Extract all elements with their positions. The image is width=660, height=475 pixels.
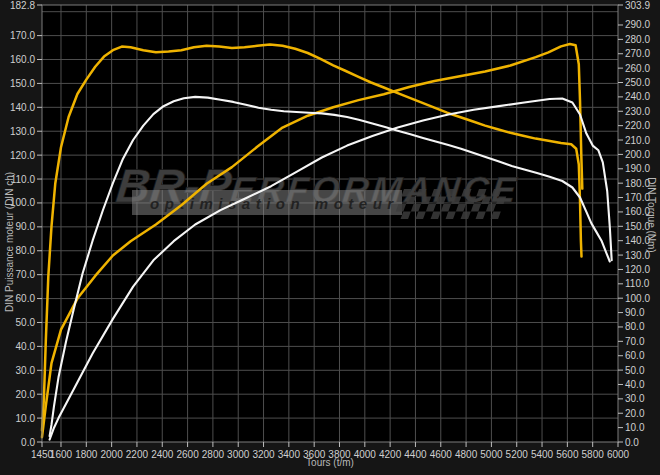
right-tick-label: 190.0 — [625, 163, 650, 174]
left-tick-label: 0.0 — [21, 437, 35, 448]
x-tick-label: 4000 — [354, 449, 377, 460]
right-axis-title: DIN Torque (Nm) — [646, 177, 657, 252]
x-tick-label: 2200 — [126, 449, 149, 460]
x-axis-title: Tours (t/m) — [306, 457, 354, 468]
x-tick-label: 3400 — [278, 449, 301, 460]
x-tick-label: 3200 — [252, 449, 275, 460]
right-tick-label: 260.0 — [625, 63, 650, 74]
left-tick-label: 10.0 — [16, 413, 36, 424]
right-tick-label: 220.0 — [625, 120, 650, 131]
left-tick-label: 160.0 — [10, 54, 35, 65]
right-tick-label: 200.0 — [625, 149, 650, 160]
x-tick-label: 4800 — [455, 449, 478, 460]
right-tick-label: 120.0 — [625, 264, 650, 275]
left-tick-label: 40.0 — [16, 341, 36, 352]
left-axis-title: DIN Puissance moteur (DIN ch) — [4, 172, 15, 312]
x-tick-label: 2000 — [101, 449, 124, 460]
x-tick-label: 2800 — [202, 449, 225, 460]
right-tick-label: 90.0 — [625, 307, 645, 318]
x-tick-label: 4600 — [430, 449, 453, 460]
x-tick-label: 5400 — [531, 449, 554, 460]
x-tick-label: 5000 — [480, 449, 503, 460]
left-tick-label: 140.0 — [10, 102, 35, 113]
x-tick-label: 1800 — [75, 449, 98, 460]
left-tick-label: 50.0 — [16, 317, 36, 328]
left-tick-label: 60.0 — [16, 293, 36, 304]
left-tick-label: 130.0 — [10, 126, 35, 137]
right-tick-label: 70.0 — [625, 336, 645, 347]
right-tick-label: 280.0 — [625, 34, 650, 45]
left-tick-label: 150.0 — [10, 78, 35, 89]
right-tick-label: 40.0 — [625, 379, 645, 390]
left-tick-label: 120.0 — [10, 150, 35, 161]
right-tick-label: 80.0 — [625, 321, 645, 332]
right-tick-label: 270.0 — [625, 48, 650, 59]
x-tick-label: 3000 — [227, 449, 250, 460]
right-tick-label: 30.0 — [625, 393, 645, 404]
left-tick-label: 90.0 — [16, 221, 36, 232]
x-tick-label: 6000 — [607, 449, 630, 460]
left-tick-label: 80.0 — [16, 245, 36, 256]
x-tick-label: 2600 — [176, 449, 199, 460]
left-tick-label: 182.8 — [10, 0, 35, 11]
right-tick-label: 50.0 — [625, 365, 645, 376]
left-tick-label: 20.0 — [16, 389, 36, 400]
right-tick-label: 0.0 — [625, 437, 639, 448]
right-tick-label: 210.0 — [625, 135, 650, 146]
x-tick-label: 1600 — [50, 449, 73, 460]
right-tick-label: 60.0 — [625, 350, 645, 361]
x-tick-label: 5200 — [506, 449, 529, 460]
right-tick-label: 110.0 — [625, 278, 650, 289]
dyno-chart: BR-PERFORMANCE optimisation moteur 182.8… — [0, 0, 660, 475]
x-tick-label: 5600 — [556, 449, 579, 460]
left-tick-label: 30.0 — [16, 365, 36, 376]
right-tick-label: 290.0 — [625, 19, 650, 30]
right-tick-label: 303.9 — [625, 0, 650, 11]
watermark-tagline: optimisation moteur — [150, 195, 399, 212]
right-tick-label: 240.0 — [625, 91, 650, 102]
plot-background — [42, 5, 618, 442]
x-tick-label: 4400 — [404, 449, 427, 460]
x-tick-label: 2400 — [151, 449, 174, 460]
x-tick-label: 4200 — [379, 449, 402, 460]
right-tick-label: 10.0 — [625, 422, 645, 433]
right-tick-label: 250.0 — [625, 77, 650, 88]
left-tick-label: 170.0 — [10, 30, 35, 41]
x-tick-label: 5800 — [582, 449, 605, 460]
left-tick-label: 70.0 — [16, 269, 36, 280]
right-tick-label: 20.0 — [625, 408, 645, 419]
dyno-plot-svg: BR-PERFORMANCE optimisation moteur 182.8… — [0, 0, 660, 475]
right-tick-label: 100.0 — [625, 293, 650, 304]
right-tick-label: 230.0 — [625, 106, 650, 117]
